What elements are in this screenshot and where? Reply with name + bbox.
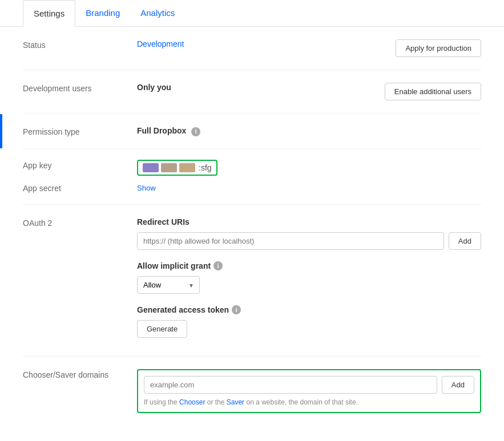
status-value: Development [137, 39, 396, 48]
redirect-uris-title-text: Redirect URIs [137, 217, 189, 226]
app-secret-value: Show [137, 183, 156, 192]
tab-analytics[interactable]: Analytics [130, 0, 185, 27]
redirect-uris-title: Redirect URIs [137, 217, 481, 226]
permission-value: Full Dropbox i [137, 126, 481, 136]
redirect-uri-input[interactable] [137, 232, 444, 250]
key-block-3 [179, 163, 195, 172]
key-block-1 [143, 163, 159, 172]
chooser-link[interactable]: Chooser [179, 398, 205, 406]
dev-users-action: Enable additional users [385, 83, 481, 100]
key-suffix: :sfg [199, 163, 212, 172]
redirect-add-button[interactable]: Add [449, 232, 481, 250]
main-content: Status Development Apply for production … [0, 27, 504, 426]
implicit-grant-select[interactable]: Allow Disallow [137, 276, 200, 294]
enable-additional-users-button[interactable]: Enable additional users [385, 83, 481, 100]
chooser-domain-input[interactable] [144, 376, 437, 394]
tab-branding[interactable]: Branding [75, 0, 130, 27]
oauth2-content: Redirect URIs Add Allow implicit grant i… [137, 217, 481, 343]
implicit-grant-info-icon[interactable]: i [213, 261, 223, 270]
chooser-add-button[interactable]: Add [442, 376, 474, 394]
dev-users-label: Development users [23, 83, 137, 93]
implicit-grant-title-text: Allow implicit grant [137, 261, 211, 270]
permission-info-icon[interactable]: i [191, 127, 200, 136]
permission-row: Permission type Full Dropbox i [23, 114, 481, 149]
sidebar-indicator [0, 114, 2, 148]
tab-settings[interactable]: Settings [23, 0, 75, 27]
app-secret-row: App secret Show [23, 180, 481, 205]
app-key-value: :sfg [137, 160, 217, 176]
dev-users-row: Development users Only you Enable additi… [23, 70, 481, 114]
access-token-title: Generated access token i [137, 305, 481, 314]
chooser-hint: If using the Chooser or the Saver on a w… [144, 398, 474, 406]
status-action: Apply for production [396, 39, 481, 57]
access-token-info-icon[interactable]: i [232, 305, 241, 314]
implicit-grant-section: Allow implicit grant i Allow Disallow ▼ [137, 261, 481, 294]
status-label: Status [23, 39, 137, 50]
chooser-row: Chooser/Saver domains Add If using the C… [23, 357, 481, 426]
chooser-box: Add If using the Chooser or the Saver on… [137, 369, 481, 413]
oauth2-label: OAuth 2 [23, 217, 137, 228]
app-key-label: App key [23, 160, 137, 170]
apply-for-production-button[interactable]: Apply for production [396, 39, 481, 57]
access-token-title-text: Generated access token [137, 305, 229, 314]
implicit-grant-title: Allow implicit grant i [137, 261, 481, 270]
redirect-input-row: Add [137, 232, 481, 250]
chooser-content: Add If using the Chooser or the Saver on… [137, 369, 481, 413]
permission-value-text: Full Dropbox [137, 126, 186, 135]
saver-link[interactable]: Saver [227, 398, 244, 406]
chooser-label: Chooser/Saver domains [23, 369, 137, 379]
app-secret-show-link[interactable]: Show [137, 184, 156, 192]
key-block-2 [161, 163, 177, 172]
access-token-section: Generated access token i Generate [137, 305, 481, 338]
app-key-box: :sfg [137, 160, 217, 176]
page-container: Settings Branding Analytics Status Devel… [0, 0, 504, 426]
oauth2-section: OAuth 2 Redirect URIs Add Allow implicit… [23, 205, 481, 357]
dev-users-value: Only you [137, 83, 385, 92]
status-row: Status Development Apply for production [23, 27, 481, 70]
app-secret-label: App secret [23, 183, 137, 193]
permission-label: Permission type [23, 126, 137, 136]
generate-token-button[interactable]: Generate [137, 320, 187, 338]
app-key-row: App key :sfg [23, 149, 481, 180]
chooser-input-row: Add [144, 376, 474, 394]
status-link[interactable]: Development [137, 39, 184, 48]
tabs-bar: Settings Branding Analytics [0, 0, 504, 27]
implicit-grant-select-wrapper: Allow Disallow ▼ [137, 276, 200, 294]
